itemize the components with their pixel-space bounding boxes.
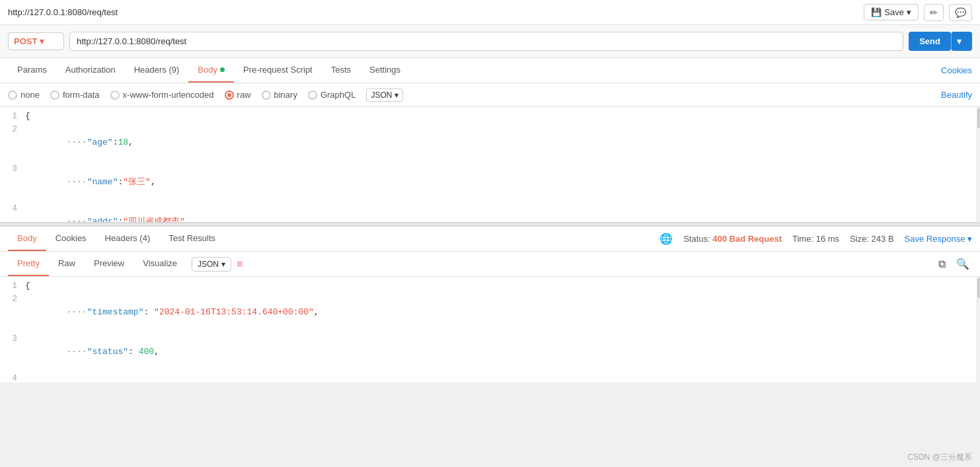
radio-none[interactable]: none xyxy=(8,90,40,100)
cookies-link[interactable]: Cookies xyxy=(941,65,972,75)
send-dropdown-button[interactable]: ▾ xyxy=(951,32,972,51)
radio-binary[interactable]: binary xyxy=(262,90,297,100)
beautify-link[interactable]: Beautify xyxy=(941,90,972,100)
response-tabs-left: Body Cookies Headers (4) Test Results xyxy=(8,227,225,251)
request-tabs-left: Params Authorization Headers (9) Body Pr… xyxy=(8,58,410,83)
ptab-raw[interactable]: Raw xyxy=(49,252,85,276)
radio-form-data[interactable]: form-data xyxy=(50,90,100,100)
save-response-button[interactable]: Save Response ▾ xyxy=(905,234,972,244)
resp-scrollbar-thumb xyxy=(977,278,980,298)
send-button[interactable]: Send xyxy=(909,32,951,51)
ptab-pretty[interactable]: Pretty xyxy=(8,252,49,276)
tab-params[interactable]: Params xyxy=(8,58,56,83)
req-line-3: 3 ····"name":"张三", xyxy=(0,162,972,202)
req-line-2: 2 ····"age":18, xyxy=(0,123,972,162)
ptab-visualize[interactable]: Visualize xyxy=(133,252,186,276)
response-format-select[interactable]: JSON ▾ xyxy=(192,257,231,271)
body-active-dot xyxy=(220,67,225,72)
page-url: http://127.0.0.1:8080/req/test xyxy=(8,7,118,17)
search-button[interactable]: 🔍 xyxy=(954,255,972,273)
resp-line-1: 1 { xyxy=(0,279,972,293)
save-icon: 💾 xyxy=(871,7,882,17)
req-scrollbar xyxy=(977,107,980,223)
radio-form-data-circle xyxy=(50,90,59,100)
request-body-editor[interactable]: 1 { 2 ····"age":18, 3 ····"name":"张三", 4… xyxy=(0,107,980,223)
request-body-wrapper: 1 { 2 ····"age":18, 3 ····"name":"张三", 4… xyxy=(0,107,980,223)
edit-button[interactable]: ✏ xyxy=(924,4,944,21)
watermark: CSDN @三分魔系 xyxy=(907,452,972,463)
tab-tests[interactable]: Tests xyxy=(322,58,360,83)
comment-button[interactable]: 💬 xyxy=(949,4,972,21)
response-body-wrapper: 1 { 2 ····"timestamp": "2024-01-16T13:53… xyxy=(0,277,980,382)
tab-headers[interactable]: Headers (9) xyxy=(125,58,189,83)
request-tabs: Params Authorization Headers (9) Body Pr… xyxy=(0,58,980,83)
method-select[interactable]: POST ▾ xyxy=(8,32,64,50)
format-select[interactable]: JSON ▾ xyxy=(366,89,403,102)
ptab-preview[interactable]: Preview xyxy=(85,252,133,276)
radio-none-circle xyxy=(8,90,17,100)
radio-urlencoded[interactable]: x-www-form-urlencoded xyxy=(110,90,214,100)
save-button[interactable]: 💾 Save ▾ xyxy=(864,4,919,20)
radio-graphql-circle xyxy=(308,90,317,100)
tab-pre-request[interactable]: Pre-request Script xyxy=(234,58,322,83)
tab-body[interactable]: Body xyxy=(188,58,234,83)
method-label: POST xyxy=(14,36,37,46)
resp-line-3: 3 ····"status": 400, xyxy=(0,332,972,372)
req-scrollbar-thumb xyxy=(977,108,980,128)
globe-icon: 🌐 xyxy=(660,233,673,245)
response-actions: ⧉ 🔍 xyxy=(936,255,972,273)
body-options-left: none form-data x-www-form-urlencoded raw… xyxy=(8,89,403,102)
time-value: 16 ms xyxy=(816,234,839,244)
radio-binary-circle xyxy=(262,90,271,100)
resp-line-4: 4 ····"error": "Bad Request", xyxy=(0,372,972,382)
status-value: 400 Bad Request xyxy=(712,234,782,244)
req-line-1: 1 { xyxy=(0,110,972,123)
resp-line-2: 2 ····"timestamp": "2024-01-16T13:53:14.… xyxy=(0,293,972,332)
radio-raw-circle xyxy=(225,90,234,100)
size-value: 243 B xyxy=(872,234,894,244)
resp-scrollbar xyxy=(977,277,980,382)
url-input[interactable] xyxy=(69,32,903,51)
response-tabs: Body Cookies Headers (4) Test Results 🌐 … xyxy=(0,227,980,252)
filter-icon[interactable]: ≡ xyxy=(237,258,243,270)
resp-tab-headers[interactable]: Headers (4) xyxy=(96,227,160,251)
resp-tab-tests[interactable]: Test Results xyxy=(159,227,225,251)
method-arrow: ▾ xyxy=(40,36,44,46)
tab-settings[interactable]: Settings xyxy=(360,58,410,83)
body-options: none form-data x-www-form-urlencoded raw… xyxy=(0,83,980,107)
resp-tab-body[interactable]: Body xyxy=(8,227,46,251)
response-status-bar: 🌐 Status: 400 Bad Request Time: 16 ms Si… xyxy=(660,233,972,245)
radio-raw[interactable]: raw xyxy=(225,90,251,100)
copy-button[interactable]: ⧉ xyxy=(936,256,948,273)
top-bar-actions: 💾 Save ▾ ✏ 💬 xyxy=(864,4,972,21)
req-line-4: 4 ····"addr":"四川省成都市", xyxy=(0,202,972,223)
radio-urlencoded-circle xyxy=(110,90,120,100)
save-dropdown-arrow[interactable]: ▾ xyxy=(907,7,911,17)
radio-graphql[interactable]: GraphQL xyxy=(308,90,356,100)
pretty-tabs: Pretty Raw Preview Visualize JSON ▾ ≡ ⧉ … xyxy=(0,252,980,277)
response-body-editor[interactable]: 1 { 2 ····"timestamp": "2024-01-16T13:53… xyxy=(0,277,980,382)
tab-authorization[interactable]: Authorization xyxy=(56,58,125,83)
resp-tab-cookies[interactable]: Cookies xyxy=(46,227,96,251)
top-bar: http://127.0.0.1:8080/req/test 💾 Save ▾ … xyxy=(0,0,980,25)
url-bar: POST ▾ Send ▾ xyxy=(0,25,980,58)
